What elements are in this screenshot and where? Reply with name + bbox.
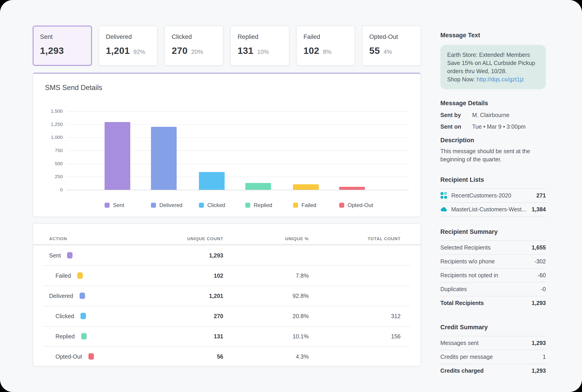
- summary-value: 1: [543, 354, 546, 360]
- legend-item-sent: Sent: [105, 202, 124, 208]
- detail-label: Sent by: [440, 112, 472, 118]
- credit-summary-heading: Credit Summary: [440, 324, 546, 331]
- bar-failed: [293, 184, 319, 190]
- summary-value: 1,293: [531, 340, 546, 346]
- legend-swatch: [151, 203, 156, 208]
- message-bubble: Earth Store: Extended! Members Save 15% …: [440, 45, 546, 89]
- unique-pct-cell: 20.8%: [293, 313, 309, 319]
- stat-card-value-row: 1,293: [40, 46, 91, 56]
- message-details-rows: Sent byM. ClairbourneSent onTue • Mar 9 …: [440, 112, 546, 130]
- action-cell: Sent: [49, 252, 73, 258]
- stat-card-label: Delivered: [106, 34, 157, 40]
- stat-card-value: 102: [303, 46, 319, 56]
- summary-row-messages-sent: Messages sent1,293: [440, 336, 546, 350]
- summary-label: Recipients not opted in: [440, 272, 498, 278]
- stat-card-opted-out[interactable]: Opted-Out554%: [362, 26, 421, 66]
- stat-card-clicked[interactable]: Clicked27020%: [164, 26, 224, 66]
- summary-value: 1,293: [531, 368, 546, 374]
- column-header-action: ACTION: [49, 236, 67, 241]
- action-label: Replied: [56, 333, 75, 340]
- sms-send-details-panel: SMS Send Details 1,5001,2501,00075050025…: [33, 73, 421, 217]
- bar-clicked: [199, 172, 225, 190]
- stat-card-replied[interactable]: Replied13110%: [230, 26, 289, 66]
- unique-count-cell: 1,201: [209, 292, 223, 299]
- summary-label: Selected Recipients: [440, 244, 491, 251]
- bar-delivered: [151, 127, 177, 190]
- y-axis-labels: 1,5001,2501,0007505002500: [38, 111, 63, 190]
- unique-pct-cell: 7.8%: [296, 272, 309, 279]
- action-cell: Opted-Out: [56, 353, 94, 360]
- legend-label: Opted-Out: [348, 202, 373, 208]
- recipient-list-item: MasterList-Customers-West...1,384: [440, 202, 546, 216]
- detail-label: Sent on: [440, 124, 472, 130]
- action-label: Clicked: [56, 313, 74, 319]
- recipient-list-name: MasterList-Customers-West...: [451, 206, 527, 213]
- action-color-swatch: [81, 333, 87, 340]
- stat-card-value-row: 13110%: [238, 46, 289, 56]
- stat-card-label: Clicked: [172, 34, 223, 40]
- total-count-cell: 312: [391, 313, 401, 319]
- summary-label: Credits charged: [440, 368, 483, 374]
- bar-sent: [105, 122, 130, 190]
- table-body: Sent1,293Failed1027.8%Delivered1,20192.8…: [33, 245, 421, 366]
- stat-card-value-row: 1028%: [303, 46, 355, 56]
- stat-card-sent[interactable]: Sent1,293: [33, 26, 92, 66]
- y-axis-tick: 750: [38, 148, 63, 153]
- credit-summary-rows: Messages sent1,293Credits per message1Cr…: [440, 336, 546, 378]
- unique-pct-cell: 4.3%: [296, 353, 309, 360]
- summary-value: -60: [538, 272, 546, 278]
- recipient-lists: RecentCustomers-2020271MasterList-Custom…: [440, 188, 546, 216]
- y-axis-tick: 1,000: [38, 134, 63, 140]
- recipient-list-item: RecentCustomers-2020271: [440, 188, 546, 202]
- summary-label: Recipients w/o phone: [440, 258, 495, 265]
- table-header-row: ACTION UNIQUE COUNT UNIQUE % TOTAL COUNT: [33, 224, 421, 245]
- summary-row-total-recipients: Total Recipients1,293: [440, 296, 546, 310]
- recipient-summary-rows: Selected Recipients1,655Recipients w/o p…: [440, 240, 546, 310]
- action-label: Failed: [56, 272, 71, 279]
- legend-label: Clicked: [207, 202, 225, 208]
- action-color-swatch: [80, 293, 85, 299]
- legend-label: Delivered: [159, 202, 182, 208]
- recipient-list-count: 271: [536, 192, 546, 199]
- summary-label: Total Recipients: [440, 300, 484, 306]
- cloud-icon: [440, 206, 447, 213]
- column-header-total-count: TOTAL COUNT: [368, 236, 401, 241]
- action-label: Sent: [49, 252, 61, 258]
- table-row-opted-out: Opted-Out564.3%: [33, 346, 421, 366]
- stat-card-failed[interactable]: Failed1028%: [296, 26, 355, 66]
- stat-card-percent: 10%: [257, 48, 269, 56]
- summary-row-credits-charged: Credits charged1,293: [440, 364, 546, 378]
- message-shortlink[interactable]: http://dqs.co/gzt1jz: [476, 76, 524, 82]
- shop-now-prefix: Shop Now:: [447, 76, 476, 82]
- stat-card-label: Opted-Out: [369, 34, 421, 40]
- recipient-list-count: 1,384: [531, 206, 546, 213]
- stat-card-label: Failed: [303, 34, 355, 40]
- stat-card-delivered[interactable]: Delivered1,20192%: [99, 26, 158, 66]
- message-text-heading: Message Text: [440, 32, 546, 39]
- unique-pct-cell: 92.8%: [293, 292, 309, 299]
- summary-value: 1,293: [531, 300, 546, 306]
- y-axis-tick: 1,500: [38, 108, 63, 114]
- chart-title: SMS Send Details: [45, 84, 102, 92]
- stat-card-value-row: 27020%: [172, 46, 223, 56]
- y-axis-tick: 500: [38, 161, 63, 166]
- stat-card-value: 1,293: [40, 46, 64, 56]
- unique-pct-cell: 10.1%: [293, 333, 309, 340]
- description-body: This message should be sent at the begin…: [440, 147, 546, 164]
- table-row-failed: Failed1027.8%: [33, 266, 421, 286]
- y-axis-tick: 1,250: [38, 122, 63, 127]
- unique-count-cell: 102: [214, 272, 223, 279]
- table-row-sent: Sent1,293: [33, 245, 421, 266]
- summary-value: 1,655: [531, 244, 546, 251]
- legend-swatch: [105, 203, 110, 208]
- column-header-unique-pct: UNIQUE %: [285, 236, 309, 241]
- table-row-clicked: Clicked27020.8%312: [33, 306, 421, 326]
- segment-icon: [440, 192, 447, 199]
- message-body-text: Earth Store: Extended! Members Save 15% …: [447, 52, 535, 74]
- summary-value: -0: [541, 286, 546, 292]
- summary-label: Credits per message: [440, 354, 493, 360]
- unique-count-cell: 270: [214, 313, 223, 319]
- legend-swatch: [245, 203, 250, 208]
- stat-card-percent: 92%: [134, 48, 145, 56]
- bar-opted-out: [339, 187, 365, 190]
